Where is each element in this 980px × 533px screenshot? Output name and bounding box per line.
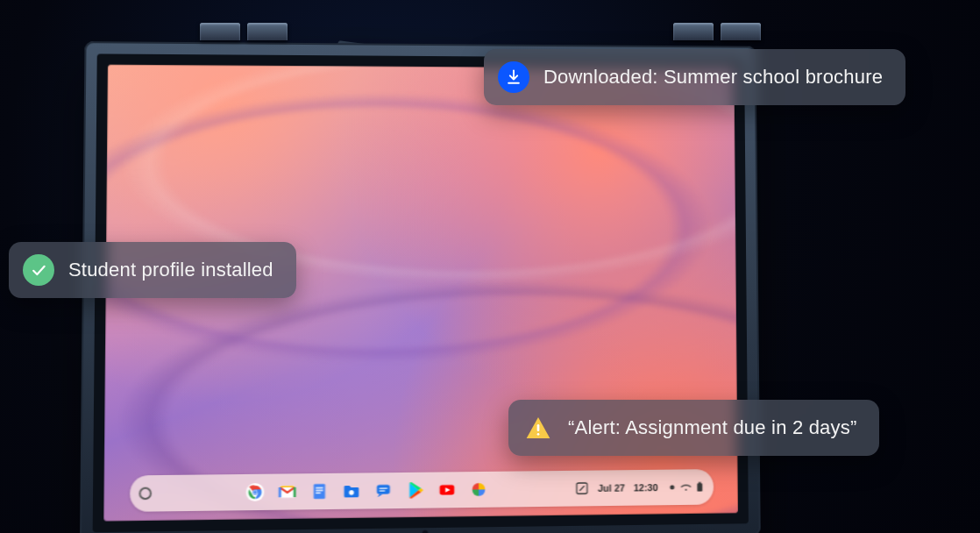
chromeos-shelf: Jul 27 12:30 <box>130 469 714 512</box>
warning-icon <box>522 412 554 444</box>
launcher-button[interactable] <box>138 487 152 501</box>
chrome-icon[interactable] <box>243 480 266 504</box>
hinge-right <box>666 18 771 46</box>
system-tray[interactable]: Jul 27 12:30 <box>575 480 705 495</box>
gmail-icon[interactable] <box>275 480 299 503</box>
svg-rect-6 <box>316 487 323 489</box>
svg-point-15 <box>670 485 674 489</box>
notification-dot-icon <box>666 482 677 493</box>
wifi-icon <box>680 482 691 493</box>
svg-point-1 <box>252 489 258 494</box>
svg-point-9 <box>349 490 354 495</box>
svg-rect-5 <box>313 484 324 499</box>
toast-alert: “Alert: Assignment due in 2 days” <box>508 400 879 456</box>
stylus-icon <box>575 481 589 495</box>
toast-download: Downloaded: Summer school brochure <box>484 49 905 105</box>
check-icon <box>23 254 54 286</box>
svg-point-3 <box>253 491 257 494</box>
svg-rect-13 <box>439 485 454 494</box>
svg-rect-11 <box>379 487 387 488</box>
svg-rect-7 <box>316 490 323 492</box>
files-icon[interactable] <box>339 480 362 503</box>
svg-rect-12 <box>379 490 384 491</box>
docs-icon[interactable] <box>308 480 331 503</box>
toast-alert-text: “Alert: Assignment due in 2 days” <box>568 416 856 439</box>
svg-point-0 <box>245 483 264 501</box>
svg-rect-4 <box>280 486 295 497</box>
photos-icon[interactable] <box>467 478 490 501</box>
hinge-left <box>193 18 298 46</box>
svg-rect-19 <box>537 433 540 436</box>
tray-date: Jul 27 <box>598 482 625 494</box>
camera-dot <box>422 529 429 533</box>
tray-time: 12:30 <box>634 482 658 493</box>
svg-rect-14 <box>577 483 587 494</box>
svg-rect-17 <box>698 482 700 484</box>
toast-download-text: Downloaded: Summer school brochure <box>543 66 883 89</box>
svg-rect-16 <box>697 483 702 491</box>
svg-rect-10 <box>376 485 389 494</box>
toast-installed: Student profile installed <box>9 242 296 298</box>
svg-rect-8 <box>316 493 321 494</box>
battery-icon <box>694 481 705 492</box>
youtube-icon[interactable] <box>435 478 458 501</box>
messages-icon[interactable] <box>372 479 394 502</box>
toast-installed-text: Student profile installed <box>68 259 273 281</box>
shelf-apps <box>243 478 489 504</box>
svg-rect-18 <box>537 424 540 431</box>
svg-point-2 <box>252 490 257 494</box>
play-store-icon[interactable] <box>403 479 426 502</box>
download-icon <box>498 61 529 93</box>
tray-status-icons <box>666 481 704 493</box>
